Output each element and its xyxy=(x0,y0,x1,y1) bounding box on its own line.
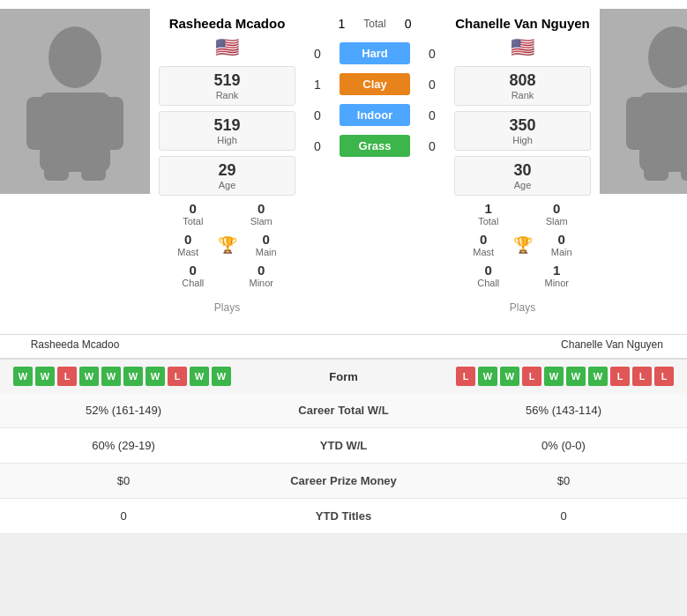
stats-table: 52% (161-149) Career Total W/L 56% (143-… xyxy=(0,393,687,534)
right-minor-label: Minor xyxy=(523,278,592,288)
right-chall-label: Chall xyxy=(454,278,523,288)
right-rank-box: 808 Rank xyxy=(454,66,591,106)
svg-rect-4 xyxy=(44,163,69,181)
left-player-name: Rasheeda Mcadoo xyxy=(169,16,286,31)
total-score-row: 1 Total 0 xyxy=(304,17,445,31)
right-age-label: Age xyxy=(455,180,590,190)
right-slam-label: Slam xyxy=(523,216,592,226)
left-slam-cell: 0 Slam xyxy=(228,201,296,226)
right-minor-cell: 1 Minor xyxy=(523,263,592,288)
right-player-info: Chanelle Van Nguyen 🇺🇸 808 Rank 350 High… xyxy=(445,9,600,325)
left-form-badge-w: W xyxy=(123,367,143,386)
right-form-badges: LWWLWWWLLL xyxy=(388,367,675,386)
left-player-photo xyxy=(0,9,150,194)
right-stats-row2: 0 Mast 🏆 0 Main xyxy=(454,232,591,257)
total-score-right: 0 xyxy=(395,17,422,31)
svg-rect-3 xyxy=(101,97,123,150)
grass-score-row: 0 Grass 0 xyxy=(304,133,445,159)
svg-rect-5 xyxy=(81,163,106,181)
right-total-cell: 1 Total xyxy=(454,201,523,226)
left-main-cell: 0 Main xyxy=(237,232,296,257)
right-main-cell: 0 Main xyxy=(533,232,592,257)
left-form-badge-l: L xyxy=(168,367,187,386)
right-stats-row3: 0 Chall 1 Minor xyxy=(454,263,591,288)
left-form-badges: WWLWWWWLWW xyxy=(13,367,300,386)
left-form-badge-w: W xyxy=(79,367,99,386)
left-form-badge-w: W xyxy=(101,367,121,386)
grass-score-left: 0 xyxy=(304,139,331,153)
stats-right-3: 0 xyxy=(440,499,687,534)
svg-rect-11 xyxy=(681,163,687,181)
stats-left-3: 0 xyxy=(0,499,247,534)
stats-left-2: $0 xyxy=(0,464,247,499)
right-stats-row1: 1 Total 0 Slam xyxy=(454,201,591,226)
right-player-flag: 🇺🇸 xyxy=(511,36,534,59)
player-names-row: Rasheeda Mcadoo Chanelle Van Nguyen xyxy=(0,335,687,359)
hard-score-row: 0 Hard 0 xyxy=(304,41,445,66)
left-minor-label: Minor xyxy=(228,278,296,288)
svg-rect-1 xyxy=(40,93,110,172)
clay-score-left: 1 xyxy=(304,78,331,92)
clay-button[interactable]: Clay xyxy=(340,73,410,95)
right-total-value: 1 xyxy=(454,201,523,216)
main-container: Rasheeda Mcadoo 🇺🇸 519 Rank 519 High 29 … xyxy=(0,0,687,534)
svg-rect-8 xyxy=(626,97,648,150)
grass-button[interactable]: Grass xyxy=(340,135,410,157)
middle-panel: 1 Total 0 0 Hard 0 1 Clay 0 0 Indoor 0 xyxy=(304,9,445,325)
left-rank-label: Rank xyxy=(160,90,295,100)
left-plays-box: Plays xyxy=(210,293,244,318)
indoor-button[interactable]: Indoor xyxy=(340,104,410,126)
right-high-box: 350 High xyxy=(454,111,591,151)
left-form-badge-w: W xyxy=(35,367,55,386)
left-form-badge-w: W xyxy=(13,367,33,386)
left-stats-row3: 0 Chall 0 Minor xyxy=(159,263,295,288)
left-age-value: 29 xyxy=(160,161,295,180)
right-slam-value: 0 xyxy=(523,201,592,216)
right-total-label: Total xyxy=(454,216,523,226)
left-stats-row1: 0 Total 0 Slam xyxy=(159,201,295,226)
stats-right-0: 56% (143-114) xyxy=(440,393,687,428)
left-trophy: 🏆 xyxy=(218,232,237,257)
stats-right-1: 0% (0-0) xyxy=(440,428,687,464)
svg-point-6 xyxy=(648,26,687,88)
left-mast-label: Mast xyxy=(159,247,218,257)
left-chall-label: Chall xyxy=(159,278,228,288)
grass-score-right: 0 xyxy=(419,139,445,153)
total-score-left: 1 xyxy=(328,17,355,31)
right-mast-cell: 0 Mast xyxy=(454,232,513,257)
stats-row-3: 0 YTD Titles 0 xyxy=(0,499,687,534)
stats-center-3: YTD Titles xyxy=(247,499,440,534)
left-chall-value: 0 xyxy=(159,263,228,278)
left-chall-cell: 0 Chall xyxy=(159,263,228,288)
form-label: Form xyxy=(300,370,388,383)
stats-row-2: $0 Career Prize Money $0 xyxy=(0,464,687,499)
left-high-value: 519 xyxy=(160,116,295,135)
right-name-below: Chanelle Van Nguyen xyxy=(537,338,687,351)
indoor-score-left: 0 xyxy=(304,108,331,122)
left-slam-value: 0 xyxy=(228,201,296,216)
right-form-badge-l: L xyxy=(522,367,541,386)
left-slam-label: Slam xyxy=(228,216,296,226)
left-rank-box: 519 Rank xyxy=(159,66,295,106)
left-form-badge-l: L xyxy=(57,367,77,386)
left-high-box: 519 High xyxy=(159,111,295,151)
right-form-badge-l: L xyxy=(632,367,652,386)
left-total-cell: 0 Total xyxy=(159,201,228,226)
left-age-box: 29 Age xyxy=(159,156,295,196)
hard-button[interactable]: Hard xyxy=(340,42,410,64)
left-plays-label: Plays xyxy=(214,301,240,314)
stats-center-0: Career Total W/L xyxy=(247,393,440,428)
clay-score-right: 0 xyxy=(419,78,445,92)
right-chall-cell: 0 Chall xyxy=(454,263,523,288)
right-plays-label: Plays xyxy=(510,301,535,314)
right-age-box: 30 Age xyxy=(454,156,591,196)
right-high-value: 350 xyxy=(455,116,590,135)
right-form-badge-w: W xyxy=(500,367,519,386)
hard-score-left: 0 xyxy=(304,47,331,61)
left-main-value: 0 xyxy=(237,232,296,247)
left-form-badge-w: W xyxy=(146,367,165,386)
right-rank-label: Rank xyxy=(455,90,590,100)
clay-score-row: 1 Clay 0 xyxy=(304,71,445,97)
stats-row-0: 52% (161-149) Career Total W/L 56% (143-… xyxy=(0,393,687,428)
left-high-label: High xyxy=(160,135,295,145)
